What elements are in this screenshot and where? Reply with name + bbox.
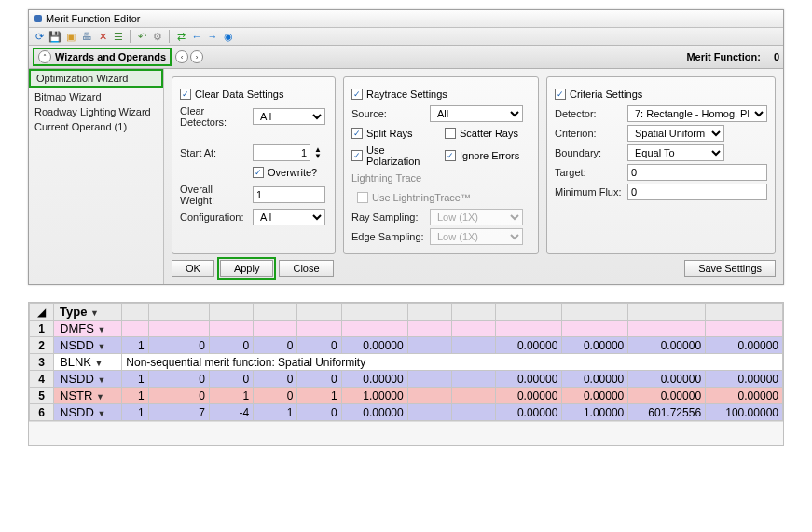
data-cell[interactable]: 1	[209, 388, 253, 404]
data-cell[interactable]	[341, 321, 407, 337]
criteria-settings-checkbox[interactable]: ✓ Criteria Settings	[555, 86, 767, 102]
overall-weight-input[interactable]	[253, 186, 325, 203]
prev-button[interactable]: ‹	[175, 50, 188, 63]
data-cell[interactable]: 0	[297, 371, 341, 388]
data-cell[interactable]: 0.00000	[562, 337, 628, 354]
data-cell[interactable]	[407, 321, 451, 337]
data-cell[interactable]: 1	[122, 371, 148, 388]
row-number[interactable]: 4	[30, 371, 54, 388]
data-cell[interactable]: 100.00000	[706, 404, 783, 421]
row-number[interactable]: 6	[30, 404, 54, 421]
data-cell[interactable]: 0	[297, 404, 341, 421]
row-number[interactable]: 2	[30, 337, 54, 354]
data-cell[interactable]: 0.00000	[628, 388, 706, 404]
data-cell[interactable]: 0.00000	[628, 371, 706, 388]
arrow-left-icon[interactable]: ←	[190, 30, 203, 43]
data-cell[interactable]: 7	[148, 404, 209, 421]
clear-detectors-select[interactable]: All	[253, 108, 325, 125]
data-cell[interactable]: 0.00000	[706, 388, 783, 404]
start-at-input[interactable]	[253, 144, 310, 161]
sidebar-item-bitmap-wizard[interactable]: Bitmap Wizard	[29, 89, 163, 104]
compress-icon[interactable]: ⇄	[174, 30, 187, 43]
data-cell[interactable]	[254, 321, 297, 337]
configuration-select[interactable]: All	[253, 209, 325, 225]
data-cell[interactable]	[452, 321, 496, 337]
criterion-select[interactable]: Spatial Uniformity	[627, 125, 724, 142]
description-cell[interactable]: Non-sequential merit function: Spatial U…	[122, 354, 783, 371]
data-cell[interactable]: 0.00000	[496, 404, 562, 421]
data-cell[interactable]	[452, 337, 496, 354]
data-cell[interactable]: 0.00000	[562, 371, 628, 388]
data-cell[interactable]: 0.00000	[562, 388, 628, 404]
data-cell[interactable]: 1.00000	[341, 388, 407, 404]
type-cell[interactable]: NSDD ▼	[54, 371, 122, 388]
data-cell[interactable]	[562, 321, 628, 337]
settings-icon[interactable]: ⚙	[151, 30, 164, 43]
next-button[interactable]: ›	[190, 50, 203, 63]
data-cell[interactable]: 0	[297, 337, 341, 354]
ignore-errors-checkbox[interactable]: ✓ Ignore Errors	[445, 150, 519, 161]
spinner-down-icon[interactable]: ▼	[314, 153, 322, 159]
detector-select[interactable]: 7: Rectangle - Homog. Plane	[627, 105, 767, 122]
data-cell[interactable]: 0.00000	[706, 337, 783, 354]
print-icon[interactable]: 🖶	[80, 30, 93, 43]
data-cell[interactable]: 0.00000	[341, 371, 407, 388]
delete-icon[interactable]: ✕	[96, 30, 109, 43]
data-cell[interactable]: 0	[209, 337, 253, 354]
table-row[interactable]: 5NSTR ▼101011.000000.000000.000000.00000…	[30, 388, 783, 404]
data-cell[interactable]: 1.00000	[562, 404, 628, 421]
arrow-right-icon[interactable]: →	[206, 30, 219, 43]
data-cell[interactable]: 601.72556	[628, 404, 706, 421]
collapse-icon[interactable]: ˄	[38, 50, 51, 63]
data-cell[interactable]: 0	[254, 337, 297, 354]
data-cell[interactable]: 0.00000	[341, 404, 407, 421]
data-cell[interactable]	[407, 388, 451, 404]
sidebar-item-optimization-wizard[interactable]: Optimization Wizard	[31, 71, 161, 86]
table-row[interactable]: 6NSDD ▼17-4100.000000.000001.00000601.72…	[30, 404, 783, 421]
data-cell[interactable]	[452, 371, 496, 388]
type-cell[interactable]: DMFS ▼	[54, 321, 122, 337]
data-cell[interactable]: 0	[148, 388, 209, 404]
data-cell[interactable]: 1	[254, 404, 297, 421]
data-cell[interactable]	[148, 321, 209, 337]
row-number[interactable]: 1	[30, 321, 54, 337]
source-select[interactable]: All	[430, 105, 523, 122]
type-cell[interactable]: NSTR ▼	[54, 388, 122, 404]
data-cell[interactable]: 0.00000	[496, 388, 562, 404]
table-row[interactable]: 2NSDD ▼100000.000000.000000.000000.00000…	[30, 337, 783, 354]
update-icon[interactable]: ⟳	[33, 30, 46, 43]
save-icon[interactable]: 💾	[48, 30, 62, 43]
data-cell[interactable]: 0.00000	[341, 337, 407, 354]
data-cell[interactable]: 0	[148, 337, 209, 354]
apply-button[interactable]: Apply	[220, 260, 274, 277]
data-cell[interactable]	[706, 321, 783, 337]
sidebar-item-roadway-lighting-wizard[interactable]: Roadway Lighting Wizard	[29, 104, 163, 119]
target-icon[interactable]: ◉	[222, 30, 235, 43]
data-cell[interactable]	[122, 321, 148, 337]
table-row[interactable]: 1DMFS ▼	[30, 321, 783, 337]
sidebar-item-current-operand[interactable]: Current Operand (1)	[29, 119, 163, 134]
data-cell[interactable]	[407, 371, 451, 388]
raytrace-settings-checkbox[interactable]: ✓ Raytrace Settings	[351, 86, 530, 102]
data-cell[interactable]	[407, 337, 451, 354]
data-cell[interactable]	[407, 404, 451, 421]
data-cell[interactable]	[496, 321, 562, 337]
type-cell[interactable]: NSDD ▼	[54, 404, 122, 421]
undo-icon[interactable]: ↶	[135, 30, 148, 43]
boundary-select[interactable]: Equal To	[627, 144, 724, 161]
data-cell[interactable]: 0.00000	[628, 337, 706, 354]
row-number[interactable]: 5	[30, 388, 54, 404]
target-input[interactable]	[627, 164, 767, 181]
row-number[interactable]: 3	[30, 354, 54, 371]
type-header[interactable]: Type ▼	[54, 304, 122, 321]
type-cell[interactable]: BLNK ▼	[54, 354, 122, 371]
type-cell[interactable]: NSDD ▼	[54, 337, 122, 354]
use-polarization-checkbox[interactable]: ✓ Use Polarization	[351, 144, 441, 167]
data-cell[interactable]: 0	[254, 371, 297, 388]
scatter-rays-checkbox[interactable]: Scatter Rays	[445, 128, 518, 139]
data-cell[interactable]	[209, 321, 253, 337]
ok-button[interactable]: OK	[172, 260, 214, 277]
data-cell[interactable]: 0.00000	[496, 371, 562, 388]
data-cell[interactable]: 0	[209, 371, 253, 388]
data-cell[interactable]: 0.00000	[706, 371, 783, 388]
